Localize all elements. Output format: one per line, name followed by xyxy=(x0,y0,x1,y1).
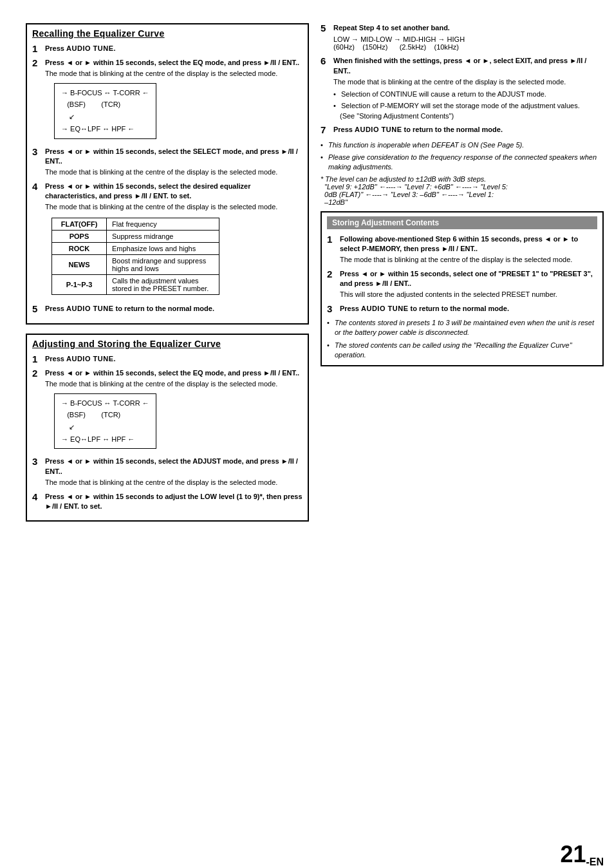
step-4-content: Press ◄ or ► within 15 seconds, select t… xyxy=(45,182,302,300)
star-note: * The level can be adjusted to ±12dB wit… xyxy=(321,175,604,206)
step-4-num: 4 xyxy=(32,181,42,192)
storing-title: Storing Adjustment Contents xyxy=(327,216,597,229)
adj-step-2-num: 2 xyxy=(32,368,42,379)
adj-step-4-num: 4 xyxy=(32,491,42,502)
storing-step-3-content: Press AUDIO TUNE to return to the normal… xyxy=(340,304,597,314)
star-note-line1: * The level can be adjusted to ±12dB wit… xyxy=(321,175,604,183)
adj-step-1-row: 1 Press AUDIO TUNE. xyxy=(32,354,302,364)
diagram-2-line1: → B-FOCUS ↔ T-CORR ← xyxy=(61,397,149,410)
section-adjusting-title: Adjusting and Storing the Equalizer Curv… xyxy=(32,339,302,349)
note-dot-2: • xyxy=(321,153,326,173)
freq-row: LOW → MID-LOW → MID-HIGH → HIGH xyxy=(333,35,604,43)
storing-note-dot-1: • xyxy=(327,318,332,338)
diagram-2-line3: ↙ xyxy=(61,421,149,433)
right-step-6-num: 6 xyxy=(321,55,331,66)
page-number: 21-EN xyxy=(560,841,604,868)
adj-step-1-content: Press AUDIO TUNE. xyxy=(45,354,302,364)
step-4-row: 4 Press ◄ or ► within 15 seconds, select… xyxy=(32,182,302,300)
freq-hz-row: (60Hz) (150Hz) (2.5kHz) (10kHz) xyxy=(333,43,604,51)
storing-step-2-body: This will store the adjusted contents in… xyxy=(340,290,597,299)
bullet-continue: • Selection of CONTINUE will cause a ret… xyxy=(333,90,604,99)
storing-step-3-audio-tune: AUDIO TUNE xyxy=(361,305,408,312)
adj-step-4-heading: Press ◄ or ► within 15 seconds to adjust… xyxy=(45,492,302,512)
diagram-2-box: → B-FOCUS ↔ T-CORR ← (BSF) (TCR) ↙ → EQ↔… xyxy=(54,393,156,449)
note-2-text: Please give consideration to the frequen… xyxy=(328,153,604,173)
storing-step-1-row: 1 Following above-mentioned Step 6 withi… xyxy=(327,234,597,265)
eq-desc-pops: Suppress midrange xyxy=(107,230,219,242)
step-3-content: Press ◄ or ► within 15 seconds, select t… xyxy=(45,147,302,178)
eq-label-pops: POPS xyxy=(52,230,107,242)
step-5-row: 5 Press AUDIO TUNE to return to the norm… xyxy=(32,304,302,314)
eq-label-rock: ROCK xyxy=(52,242,107,254)
adj-step-3-body: The mode that is blinking at the centre … xyxy=(45,478,302,487)
step-1-audio-tune: AUDIO TUNE xyxy=(66,44,113,52)
storing-note-1-text: The contents stored in presets 1 to 3 wi… xyxy=(335,318,597,338)
section-storing: Storing Adjustment Contents 1 Following … xyxy=(321,211,604,367)
adj-step-1-num: 1 xyxy=(32,354,42,364)
notes-section: • This function is inoperable when DEFEA… xyxy=(321,140,604,205)
right-step-7-num: 7 xyxy=(321,124,331,135)
step-3-row: 3 Press ◄ or ► within 15 seconds, select… xyxy=(32,147,302,178)
right-step-6-content: When finished with the settings, press ◄… xyxy=(333,56,604,120)
diagram-1-line2: (BSF) (TCR) xyxy=(61,99,149,111)
step-2-content: Press ◄ or ► within 15 seconds, select t… xyxy=(45,58,302,143)
adj-step-3-row: 3 Press ◄ or ► within 15 seconds, select… xyxy=(32,457,302,487)
left-column: Recalling the Equalizer Curve 1 Press AU… xyxy=(26,23,309,531)
note-2: • Please give consideration to the frequ… xyxy=(321,153,604,173)
main-content: Recalling the Equalizer Curve 1 Press AU… xyxy=(13,12,614,569)
storing-step-3-row: 3 Press AUDIO TUNE to return to the norm… xyxy=(327,304,597,314)
adj-step-2-heading: Press ◄ or ► within 15 seconds, select t… xyxy=(45,368,302,378)
adj-step-2-content: Press ◄ or ► within 15 seconds, select t… xyxy=(45,368,302,453)
right-step-5-num: 5 xyxy=(321,23,331,33)
note-1: • This function is inoperable when DEFEA… xyxy=(321,140,604,150)
storing-step-1-content: Following above-mentioned Step 6 within … xyxy=(340,234,597,265)
bullet-dot-1: • xyxy=(333,90,339,99)
eq-desc-preset: Calls the adjustment values stored in th… xyxy=(107,274,219,294)
diagram-2-line4: → EQ↔LPF ↔ HPF ← xyxy=(61,433,149,446)
step-4-heading: Press ◄ or ► within 15 seconds, select t… xyxy=(45,182,302,202)
step-5-audio-tune: AUDIO TUNE xyxy=(66,305,113,312)
right-step-7-row: 7 Press AUDIO TUNE to return to the norm… xyxy=(321,125,604,135)
level-chain-3: –12dB" xyxy=(321,198,604,206)
right-step-5-row: 5 Repeat Step 4 to set another band. LOW… xyxy=(321,23,604,51)
right-step-5-content: Repeat Step 4 to set another band. LOW →… xyxy=(333,23,604,51)
eq-characteristics-table: FLAT(OFF) Flat frequency POPS Suppress m… xyxy=(51,218,219,295)
eq-row-preset: P-1~P-3 Calls the adjustment values stor… xyxy=(52,274,219,294)
diagram-1-line4: → EQ↔LPF ↔ HPF ← xyxy=(61,123,149,135)
step-1-content: Press AUDIO TUNE. xyxy=(45,44,302,53)
storing-note-1: • The contents stored in presets 1 to 3 … xyxy=(327,318,597,338)
bullet-dot-2: • xyxy=(333,101,339,111)
adj-step-3-num: 3 xyxy=(32,456,42,467)
diagram-2-line2: (BSF) (TCR) xyxy=(61,409,149,421)
step-2-heading: Press ◄ or ► within 15 seconds, select t… xyxy=(45,58,302,68)
storing-note-2-text: The stored contents can be called using … xyxy=(335,341,597,361)
step-3-num: 3 xyxy=(32,146,42,157)
adj-step-3-content: Press ◄ or ► within 15 seconds, select t… xyxy=(45,457,302,487)
step-3-heading: Press ◄ or ► within 15 seconds, select t… xyxy=(45,147,302,167)
diagram-1-line3: ↙ xyxy=(61,111,149,123)
adj-step-2-row: 2 Press ◄ or ► within 15 seconds, select… xyxy=(32,368,302,453)
right-column: 5 Repeat Step 4 to set another band. LOW… xyxy=(321,23,604,531)
step-3-body: The mode that is blinking at the centre … xyxy=(45,167,302,177)
storing-step-3-num: 3 xyxy=(327,303,337,314)
diagram-1-box: → B-FOCUS ↔ T-CORR ← (BSF) (TCR) ↙ → EQ↔… xyxy=(54,83,156,139)
eq-label-flat: FLAT(OFF) xyxy=(52,218,107,230)
eq-desc-rock: Emphasize lows and highs xyxy=(107,242,219,254)
adj-step-3-heading: Press ◄ or ► within 15 seconds, select t… xyxy=(45,457,302,476)
freq-info: LOW → MID-LOW → MID-HIGH → HIGH (60Hz) (… xyxy=(333,35,604,51)
storing-note-2: • The stored contents can be called usin… xyxy=(327,341,597,361)
step-5-num: 5 xyxy=(32,303,42,314)
adj-step-4-content: Press ◄ or ► within 15 seconds to adjust… xyxy=(45,492,302,512)
eq-label-news: NEWS xyxy=(52,254,107,274)
see-storing: (See "Storing Adjustment Contents") xyxy=(333,112,604,120)
storing-step-2-heading: Press ◄ or ► within 15 seconds, select o… xyxy=(340,269,597,289)
step-2-row: 2 Press ◄ or ► within 15 seconds, select… xyxy=(32,58,302,143)
adj-step-1-heading: Press AUDIO TUNE. xyxy=(45,354,302,364)
right-step-7-audio-tune: AUDIO TUNE xyxy=(355,126,402,133)
eq-table: FLAT(OFF) Flat frequency POPS Suppress m… xyxy=(51,218,302,295)
eq-row-news: NEWS Boost midrange and suppress highs a… xyxy=(52,254,219,274)
step-2-num: 2 xyxy=(32,57,42,68)
eq-row-flat: FLAT(OFF) Flat frequency xyxy=(52,218,219,230)
step-1-row: 1 Press AUDIO TUNE. xyxy=(32,44,302,54)
section-recalling: Recalling the Equalizer Curve 1 Press AU… xyxy=(26,23,309,325)
